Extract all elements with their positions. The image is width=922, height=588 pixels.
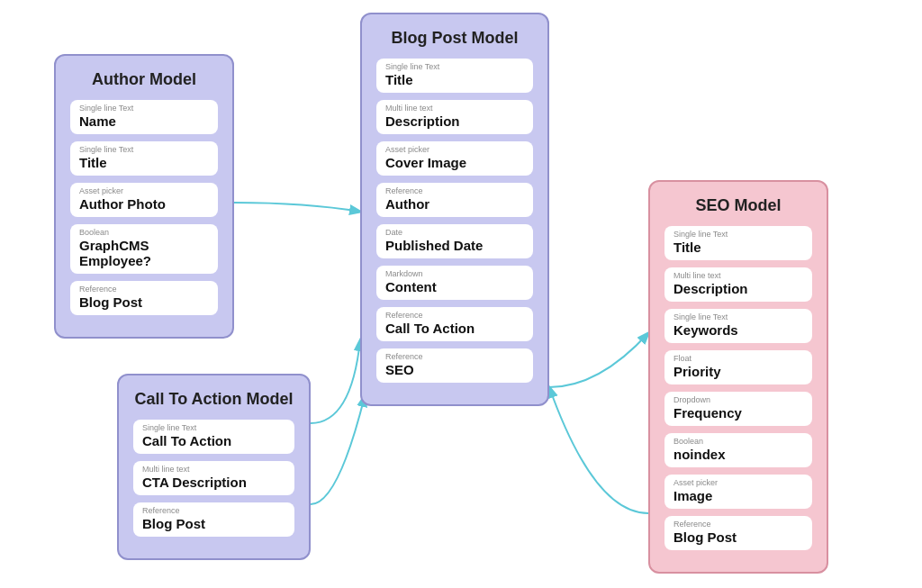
cta-model: Call To Action Model Single line TextCal… (117, 374, 311, 560)
field-type: Asset picker (385, 145, 524, 154)
blog-model-title: Blog Post Model (376, 29, 533, 48)
field-card: Asset pickerCover Image (376, 141, 533, 176)
field-type: Reference (385, 186, 524, 195)
field-card: ReferenceCall To Action (376, 307, 533, 341)
field-card: MarkdownContent (376, 266, 533, 300)
field-name: Call To Action (142, 433, 285, 448)
field-name: Blog Post (673, 529, 803, 545)
field-type: Date (385, 228, 524, 237)
field-card: Single line TextTitle (376, 59, 533, 93)
field-card: ReferenceBlog Post (133, 502, 294, 537)
field-card: Asset pickerImage (664, 475, 812, 509)
field-name: Title (79, 155, 209, 170)
cta-model-title: Call To Action Model (133, 390, 294, 409)
field-name: Frequency (673, 405, 803, 421)
field-type: Asset picker (673, 478, 803, 487)
field-card: Single line TextTitle (664, 226, 812, 260)
field-card: Single line TextTitle (70, 141, 218, 176)
field-name: GraphCMS Employee? (79, 238, 209, 268)
field-name: Content (385, 279, 524, 294)
author-model-title: Author Model (70, 70, 218, 89)
field-card: ReferenceSEO (376, 348, 533, 383)
field-type: Single line Text (79, 145, 209, 154)
field-type: Single line Text (673, 312, 803, 321)
field-card: Single line TextCall To Action (133, 420, 294, 454)
field-name: Priority (673, 364, 803, 379)
field-type: Multi line text (673, 271, 803, 280)
diagram-container: Author Model Single line TextNameSingle … (0, 0, 922, 588)
field-name: Blog Post (79, 294, 209, 310)
field-name: SEO (385, 362, 524, 377)
field-name: Title (673, 240, 803, 255)
field-type: Float (673, 354, 803, 363)
field-card: FloatPriority (664, 350, 812, 384)
field-type: Single line Text (673, 230, 803, 239)
field-card: BooleanGraphCMS Employee? (70, 224, 218, 274)
field-type: Multi line text (142, 465, 285, 474)
field-type: Multi line text (385, 104, 524, 113)
field-type: Single line Text (79, 104, 209, 113)
field-type: Markdown (385, 269, 524, 278)
field-name: Published Date (385, 238, 524, 253)
field-name: Image (673, 488, 803, 503)
field-type: Single line Text (142, 423, 285, 432)
field-name: noindex (673, 447, 803, 462)
field-name: Author Photo (79, 196, 209, 212)
field-type: Single line Text (385, 62, 524, 71)
field-type: Reference (79, 285, 209, 294)
field-card: ReferenceAuthor (376, 183, 533, 217)
field-name: Call To Action (385, 321, 524, 336)
field-type: Reference (385, 311, 524, 320)
field-name: Keywords (673, 322, 803, 338)
author-model: Author Model Single line TextNameSingle … (54, 54, 234, 339)
field-name: CTA Description (142, 475, 285, 490)
field-type: Boolean (79, 228, 209, 237)
field-card: Single line TextKeywords (664, 309, 812, 343)
field-card: DropdownFrequency (664, 392, 812, 426)
field-card: Multi line textDescription (376, 100, 533, 134)
field-name: Blog Post (142, 516, 285, 531)
field-card: Asset pickerAuthor Photo (70, 183, 218, 217)
field-name: Author (385, 196, 524, 212)
field-card: Multi line textCTA Description (133, 461, 294, 495)
field-type: Reference (673, 520, 803, 529)
field-type: Reference (142, 506, 285, 515)
field-type: Asset picker (79, 186, 209, 195)
field-card: Single line TextName (70, 100, 218, 134)
field-card: Booleannoindex (664, 433, 812, 467)
field-card: DatePublished Date (376, 224, 533, 258)
field-name: Description (673, 281, 803, 296)
field-name: Description (385, 113, 524, 129)
blog-model: Blog Post Model Single line TextTitleMul… (360, 13, 549, 406)
field-type: Reference (385, 352, 524, 361)
field-card: ReferenceBlog Post (664, 516, 812, 550)
field-card: ReferenceBlog Post (70, 281, 218, 315)
field-name: Name (79, 113, 209, 129)
field-name: Title (385, 72, 524, 87)
seo-model-title: SEO Model (664, 196, 812, 215)
field-name: Cover Image (385, 155, 524, 170)
field-type: Dropdown (673, 395, 803, 404)
field-card: Multi line textDescription (664, 267, 812, 302)
field-type: Boolean (673, 437, 803, 446)
seo-model: SEO Model Single line TextTitleMulti lin… (648, 180, 828, 574)
